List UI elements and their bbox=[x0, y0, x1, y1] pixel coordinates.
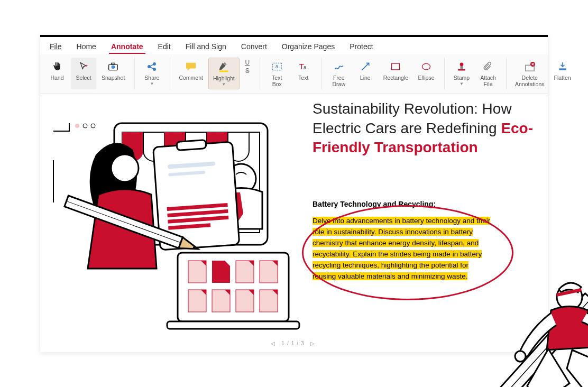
menu-file[interactable]: File bbox=[48, 41, 64, 52]
tool-freedraw[interactable]: Free Draw bbox=[326, 58, 352, 89]
cursor-icon bbox=[78, 60, 89, 73]
comment-label: Comment bbox=[179, 75, 203, 81]
svg-point-20 bbox=[75, 124, 79, 128]
tool-highlight[interactable]: Highlight ▼ bbox=[208, 58, 240, 89]
attach-label: Attach File bbox=[480, 75, 496, 87]
highlighted-text: Delve into advancements in battery techn… bbox=[313, 217, 490, 280]
tool-flatten[interactable]: Flatten bbox=[550, 58, 575, 89]
line-label: Line bbox=[360, 75, 371, 81]
paperclip-icon bbox=[483, 60, 493, 73]
svg-rect-40 bbox=[260, 261, 278, 283]
svg-text:a: a bbox=[304, 64, 307, 70]
toolgroup-attach: Stamp ▼ Attach File bbox=[449, 58, 507, 89]
hand-icon bbox=[52, 60, 62, 73]
highlight-label: Highlight bbox=[213, 75, 235, 81]
svg-point-14 bbox=[460, 63, 464, 67]
hand-label: Hand bbox=[50, 75, 63, 81]
snapshot-label: Snapshot bbox=[102, 75, 125, 81]
share-icon bbox=[146, 60, 157, 73]
svg-rect-39 bbox=[236, 261, 254, 283]
tool-comment[interactable]: Comment bbox=[174, 58, 207, 89]
tool-stamp[interactable]: Stamp ▼ bbox=[449, 58, 474, 89]
select-label: Select bbox=[76, 75, 91, 81]
page-navigator[interactable]: ◁ 1/1/3 ▷ bbox=[271, 340, 318, 346]
tool-hand[interactable]: Hand bbox=[44, 58, 70, 89]
svg-rect-41 bbox=[188, 290, 206, 312]
menu-annotate[interactable]: Annotate bbox=[109, 41, 145, 52]
svg-point-49 bbox=[515, 351, 526, 362]
svg-rect-37 bbox=[188, 261, 206, 283]
tool-textbox[interactable]: a Text Box bbox=[264, 58, 290, 89]
flatten-label: Flatten bbox=[554, 75, 571, 81]
delete-annotation-icon bbox=[524, 60, 536, 73]
textbox-label: Text Box bbox=[272, 75, 282, 87]
svg-point-22 bbox=[91, 124, 95, 128]
svg-point-12 bbox=[422, 63, 430, 70]
menu-convert[interactable]: Convert bbox=[239, 41, 269, 52]
freedraw-icon bbox=[334, 60, 344, 73]
text-label: Text bbox=[298, 75, 308, 81]
svg-point-32 bbox=[111, 154, 139, 182]
rect-label: Rectangle bbox=[383, 75, 408, 81]
tool-ellipse[interactable]: Ellipse bbox=[414, 58, 439, 89]
flatten-icon bbox=[557, 60, 568, 73]
comment-icon bbox=[185, 60, 197, 73]
underline-strike-icon: U S bbox=[245, 60, 250, 73]
tool-format-group[interactable]: U S bbox=[241, 58, 254, 89]
menu-fill-sign[interactable]: Fill and Sign bbox=[183, 41, 228, 52]
rectangle-icon bbox=[390, 60, 401, 73]
svg-rect-42 bbox=[212, 290, 230, 312]
chevron-down-icon: ▼ bbox=[150, 81, 154, 86]
line-arrow-icon bbox=[360, 60, 371, 73]
svg-text:a: a bbox=[275, 63, 278, 69]
text-icon: Ta bbox=[298, 60, 309, 73]
chevron-down-icon: ▼ bbox=[222, 82, 226, 87]
ellipse-icon bbox=[421, 60, 431, 73]
title-plain: Sustainability Revolution: How Electric … bbox=[313, 100, 512, 136]
stamp-icon bbox=[456, 60, 467, 73]
toolgroup-text: a Text Box Ta Text bbox=[264, 58, 322, 89]
stamp-label: Stamp bbox=[454, 75, 470, 81]
toolgroup-manage: Delete Annotations Flatten bbox=[511, 58, 581, 89]
document-title: Sustainability Revolution: How Electric … bbox=[313, 99, 535, 157]
textbox-icon: a bbox=[272, 60, 282, 73]
svg-point-1 bbox=[112, 66, 115, 69]
menu-protect[interactable]: Protect bbox=[347, 41, 375, 52]
svg-point-21 bbox=[83, 124, 87, 128]
freedraw-label: Free Draw bbox=[332, 75, 345, 87]
tool-snapshot[interactable]: Snapshot bbox=[97, 58, 129, 89]
svg-rect-2 bbox=[112, 63, 115, 64]
svg-rect-17 bbox=[559, 68, 566, 70]
menubar: File Home Annotate Edit Fill and Sign Co… bbox=[40, 37, 548, 54]
tool-delete[interactable]: Delete Annotations bbox=[511, 58, 548, 89]
illustration-left bbox=[45, 94, 310, 332]
svg-rect-44 bbox=[260, 290, 278, 312]
svg-rect-38 bbox=[212, 261, 230, 283]
tool-share[interactable]: Share ▼ bbox=[139, 58, 164, 89]
illustration-right bbox=[466, 260, 588, 387]
share-label: Share bbox=[144, 75, 159, 81]
tool-select[interactable]: Select bbox=[71, 58, 96, 89]
ellipse-label: Ellipse bbox=[418, 75, 435, 81]
svg-rect-36 bbox=[167, 321, 299, 329]
camera-icon bbox=[108, 60, 118, 73]
tool-attach[interactable]: Attach File bbox=[475, 58, 501, 89]
delete-label: Delete Annotations bbox=[515, 75, 544, 87]
svg-rect-43 bbox=[236, 290, 254, 312]
svg-rect-25 bbox=[177, 140, 206, 151]
svg-rect-11 bbox=[392, 63, 400, 70]
toolbar: Hand Select Snapshot Share ▼ Comment bbox=[40, 54, 548, 94]
toolgroup-shapes: Free Draw Line Rectangle Ellipse bbox=[326, 58, 445, 89]
tool-line[interactable]: Line bbox=[353, 58, 378, 89]
toolgroup-share: Share ▼ bbox=[139, 58, 170, 89]
tool-rectangle[interactable]: Rectangle bbox=[379, 58, 412, 89]
menu-edit[interactable]: Edit bbox=[156, 41, 173, 52]
document-body[interactable]: Delve into advancements in battery techn… bbox=[313, 216, 492, 282]
chevron-down-icon: ▼ bbox=[460, 81, 464, 86]
menu-organize[interactable]: Organize Pages bbox=[280, 41, 337, 52]
tool-text[interactable]: Ta Text bbox=[291, 58, 316, 89]
highlighter-icon bbox=[218, 60, 229, 74]
svg-rect-13 bbox=[458, 69, 465, 71]
toolgroup-markup: Comment Highlight ▼ U S bbox=[174, 58, 260, 89]
menu-home[interactable]: Home bbox=[75, 41, 98, 52]
